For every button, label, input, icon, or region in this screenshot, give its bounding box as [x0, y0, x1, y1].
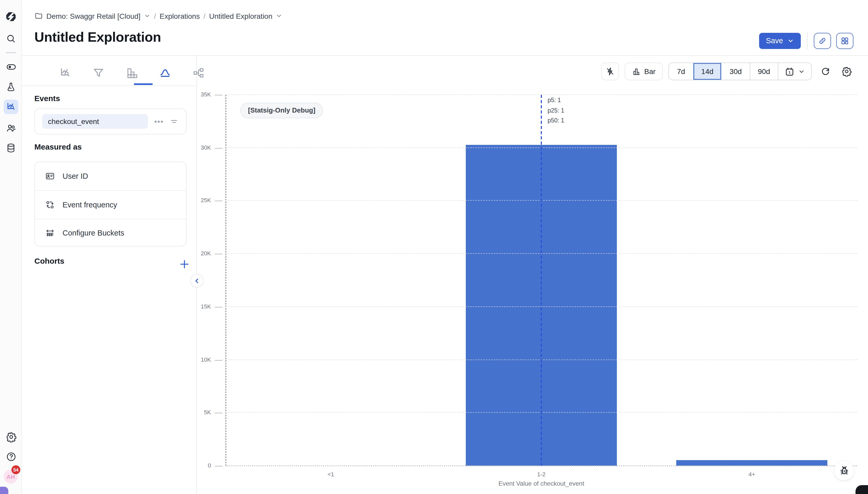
- percentile-label: p50: 1: [547, 117, 564, 124]
- tab-distribution[interactable]: [159, 67, 171, 79]
- y-tick: [215, 148, 223, 148]
- more-options-icon[interactable]: •••: [154, 117, 163, 126]
- share-link-button[interactable]: [814, 33, 831, 49]
- events-card: checkout_event •••: [34, 108, 187, 134]
- breadcrumb-explorations[interactable]: Explorations: [160, 12, 200, 20]
- cohorts-heading: Cohorts: [34, 256, 64, 265]
- active-tab-underline: [134, 83, 153, 85]
- metrics-explorer-icon[interactable]: [4, 99, 18, 114]
- database-icon[interactable]: [5, 142, 17, 154]
- folder-icon: [34, 12, 43, 20]
- chevron-down-icon: [798, 68, 805, 75]
- users-icon[interactable]: [5, 121, 17, 134]
- range-30d[interactable]: 30d: [721, 63, 750, 80]
- id-card-icon: [45, 171, 55, 181]
- chart-type-label: Bar: [644, 67, 656, 76]
- measured-option-event-frequency[interactable]: Event frequency: [35, 190, 186, 219]
- y-tick: [215, 360, 223, 360]
- corner-widget: [855, 485, 868, 494]
- measured-as-heading: Measured as: [34, 142, 82, 151]
- tab-drilldown[interactable]: [59, 67, 71, 79]
- lightning-off-icon: [605, 67, 615, 76]
- collapse-panel-button[interactable]: [190, 274, 204, 288]
- tab-flows[interactable]: [192, 67, 205, 79]
- app-root: AH 54 Demo: Swaggr Retail [Cloud] / Expl…: [0, 0, 868, 494]
- grid-icon: [841, 36, 849, 45]
- event-chip[interactable]: checkout_event: [42, 114, 148, 129]
- range-14d[interactable]: 14d: [693, 63, 721, 80]
- percentile-label: p5: 1: [547, 97, 561, 103]
- bar-chart-icon: [632, 67, 641, 76]
- experiments-flask-icon[interactable]: [5, 81, 17, 93]
- date-picker-button[interactable]: 1: [778, 63, 811, 80]
- range-7d[interactable]: 7d: [669, 63, 693, 80]
- header-divider: [807, 32, 808, 49]
- add-to-dashboard-button[interactable]: [836, 33, 853, 49]
- measured-option-user-id[interactable]: User ID: [35, 162, 186, 190]
- filter-lines-icon[interactable]: [169, 117, 179, 126]
- svg-text:1: 1: [789, 70, 791, 74]
- y-tick: [215, 201, 223, 202]
- measured-option-label: User ID: [62, 172, 88, 180]
- add-cohort-button[interactable]: [178, 258, 191, 270]
- calendar-icon: 1: [785, 66, 794, 76]
- gear-icon: [842, 66, 852, 77]
- x-tick-label: 1-2: [436, 471, 647, 477]
- refresh-button[interactable]: [817, 63, 833, 79]
- y-tick: [215, 254, 223, 254]
- config-panel: Events checkout_event ••• Measured as Us…: [22, 56, 197, 494]
- breadcrumb-page[interactable]: Untitled Exploration: [209, 12, 283, 20]
- tab-row-border: [22, 86, 197, 86]
- breadcrumb-separator: /: [154, 12, 156, 20]
- bug-icon: [838, 465, 849, 476]
- measured-option-label: Configure Buckets: [62, 229, 124, 238]
- range-90d[interactable]: 90d: [750, 63, 778, 80]
- chart-toolbar: Bar 7d14d30d90d 1: [601, 62, 854, 80]
- chart-settings-button[interactable]: [839, 63, 854, 79]
- left-rail: AH 54: [0, 0, 22, 494]
- x-tick-label: 4+: [647, 471, 857, 477]
- breadcrumb: Demo: Swaggr Retail [Cloud] / Exploratio…: [34, 12, 283, 20]
- report-bug-button[interactable]: [834, 461, 854, 480]
- y-tick: [215, 466, 223, 467]
- percentile-label: p25: 1: [547, 107, 564, 113]
- save-button[interactable]: Save: [759, 33, 801, 49]
- date-range-segmented: 7d14d30d90d 1: [669, 62, 812, 80]
- page-title: Untitled Exploration: [34, 29, 161, 45]
- header-actions: Save: [759, 32, 853, 49]
- search-icon[interactable]: [5, 32, 17, 45]
- frequency-cycle-icon: [45, 200, 55, 210]
- refresh-icon: [820, 66, 830, 76]
- x-axis-title: Event Value of checkout_event: [226, 480, 857, 487]
- avatar-initials: AH: [6, 473, 15, 480]
- rail-divider: [6, 52, 16, 53]
- feature-gates-toggle-icon[interactable]: [5, 60, 17, 73]
- y-tick: [215, 95, 223, 95]
- y-tick: [215, 413, 223, 414]
- widget-corner: [0, 487, 8, 494]
- chevron-down-icon: [276, 13, 283, 19]
- bar-4+[interactable]: [676, 460, 827, 466]
- statsig-logo-icon[interactable]: [5, 11, 17, 23]
- chart-type-button[interactable]: Bar: [624, 62, 663, 80]
- settings-gear-icon[interactable]: [5, 431, 17, 443]
- debug-badge: [Statsig-Only Debug]: [240, 103, 323, 118]
- percentile-line: [541, 95, 542, 466]
- tab-funnel[interactable]: [92, 67, 105, 79]
- y-axis: [226, 95, 226, 466]
- chevron-down-icon: [143, 13, 150, 19]
- measured-option-configure-buckets[interactable]: Configure Buckets: [35, 218, 186, 246]
- link-icon: [818, 36, 827, 45]
- events-heading: Events: [34, 94, 60, 103]
- buckets-icon: [45, 228, 55, 239]
- page-header: Demo: Swaggr Retail [Cloud] / Exploratio…: [22, 0, 868, 56]
- measured-as-card: User ID Event frequency Configure Bucket…: [34, 162, 187, 246]
- breadcrumb-separator: /: [204, 12, 206, 20]
- chevron-down-icon: [787, 37, 794, 44]
- notification-badge: 54: [12, 466, 20, 474]
- help-icon[interactable]: [5, 450, 17, 463]
- tab-retention[interactable]: [126, 67, 138, 79]
- realtime-off-button[interactable]: [601, 62, 619, 80]
- chevron-left-icon: [193, 277, 200, 285]
- breadcrumb-project[interactable]: Demo: Swaggr Retail [Cloud]: [34, 12, 150, 20]
